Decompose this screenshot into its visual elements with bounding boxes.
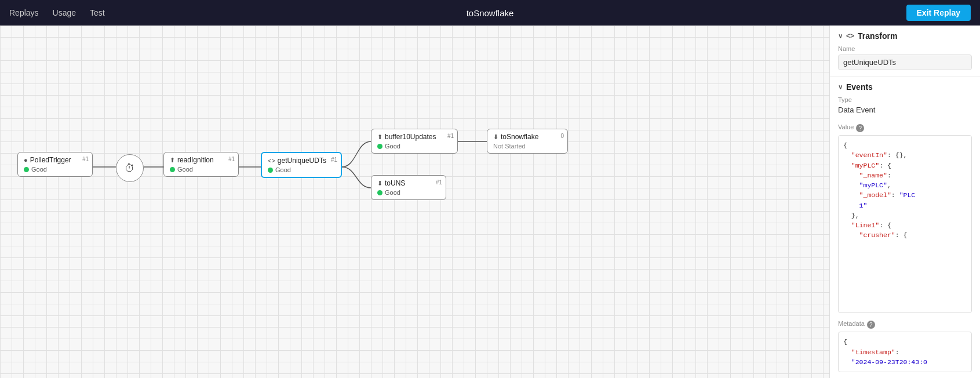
transform-label: Transform [858, 31, 897, 41]
code-icon: <> [846, 32, 854, 40]
node-count-readignition: #1 [228, 156, 235, 162]
status-label-touns: Good [385, 189, 400, 196]
connections-svg [0, 26, 829, 378]
timer-icon: ⏱ [125, 162, 135, 175]
status-dot-buffer10updates [377, 144, 382, 149]
type-value: Data Event [838, 106, 972, 114]
node-count-touns: #1 [436, 179, 442, 186]
status-dot-polledtrigger [24, 167, 29, 172]
node-readignition[interactable]: #1 ⬆ readIgnition Good [163, 152, 239, 177]
transform-toggle[interactable]: ∨ [838, 32, 843, 40]
right-panel-scroll[interactable]: ∨ <> Transform Name ∨ Events Type Data E… [830, 26, 980, 378]
polledtrigger-icon: ● [24, 157, 28, 163]
buffer10updates-icon: ⬆ [377, 133, 382, 141]
status-dot-touns [377, 190, 382, 195]
metadata-label: Metadata [838, 320, 865, 327]
node-label-getuniqueduts: getUniqueUDTs [278, 157, 326, 165]
flow-canvas[interactable]: #1 ● PolledTrigger Good ⏱ #1 ⬆ readIgnit… [0, 26, 829, 378]
node-count-polledtrigger: #1 [82, 156, 89, 162]
node-label-polledtrigger: PolledTrigger [30, 156, 71, 164]
value-help-icon[interactable]: ? [856, 124, 864, 132]
header-nav: Replays Usage Test [9, 6, 105, 20]
value-section: Value ? { "eventIn": {}, "myPLC": { "_na… [830, 120, 980, 317]
metadata-code-block[interactable]: { "timestamp": "2024-09-23T20:43:0 [838, 332, 972, 372]
readignition-icon: ⬆ [170, 157, 175, 164]
nav-replays[interactable]: Replays [9, 6, 39, 20]
status-dot-getuniqueduts [268, 168, 273, 173]
metadata-section: Metadata ? { "timestamp": "2024-09-23T20… [830, 317, 980, 378]
name-input[interactable] [838, 54, 972, 70]
metadata-help-icon[interactable]: ? [867, 321, 875, 329]
status-label-readignition: Good [177, 166, 193, 173]
status-label-polledtrigger: Good [31, 166, 47, 173]
value-label: Value [838, 123, 854, 130]
type-label: Type [838, 96, 972, 103]
node-label-readignition: readIgnition [177, 156, 214, 164]
getuniqueduts-icon: <> [268, 157, 275, 164]
node-label-touns: toUNS [385, 179, 405, 187]
touns-icon: ⬇ [377, 180, 382, 187]
node-count-tosnowflake: 0 [560, 133, 564, 139]
node-polledtrigger[interactable]: #1 ● PolledTrigger Good [17, 152, 93, 177]
transform-section: ∨ <> Transform Name [830, 26, 980, 77]
name-label: Name [838, 45, 972, 52]
node-label-buffer10updates: buffer10Updates [385, 133, 436, 141]
pipeline-title: toSnowflake [467, 8, 514, 18]
tosnowflake-icon: ⬇ [493, 133, 498, 141]
node-buffer10updates[interactable]: #1 ⬆ buffer10Updates Good [371, 129, 458, 154]
node-timer[interactable]: ⏱ [116, 154, 144, 182]
node-tosnowflake[interactable]: 0 ⬇ toSnowflake Not Started [487, 129, 568, 154]
node-touns[interactable]: #1 ⬇ toUNS Good [371, 175, 446, 200]
node-count-buffer10updates: #1 [447, 133, 454, 139]
events-label: Events [846, 82, 873, 92]
right-panel: ∨ <> Transform Name ∨ Events Type Data E… [829, 26, 980, 378]
status-label-getuniqueduts: Good [275, 166, 291, 173]
node-count-getuniqueduts: #1 [331, 157, 337, 163]
node-label-tosnowflake: toSnowflake [501, 133, 538, 141]
events-section: ∨ Events Type Data Event [830, 77, 980, 120]
events-toggle[interactable]: ∨ [838, 83, 843, 91]
header: Replays Usage Test toSnowflake Exit Repl… [0, 0, 980, 26]
nav-usage[interactable]: Usage [53, 6, 76, 20]
value-code-block[interactable]: { "eventIn": {}, "myPLC": { "_name": "my… [838, 135, 972, 313]
status-label-buffer10updates: Good [385, 143, 400, 150]
status-dot-readignition [170, 167, 175, 172]
status-label-tosnowflake: Not Started [493, 143, 562, 150]
nav-test[interactable]: Test [90, 6, 105, 20]
main-area: #1 ● PolledTrigger Good ⏱ #1 ⬆ readIgnit… [0, 26, 980, 378]
node-getuniqueduts[interactable]: #1 <> getUniqueUDTs Good [261, 152, 342, 178]
exit-replay-button[interactable]: Exit Replay [906, 5, 971, 21]
